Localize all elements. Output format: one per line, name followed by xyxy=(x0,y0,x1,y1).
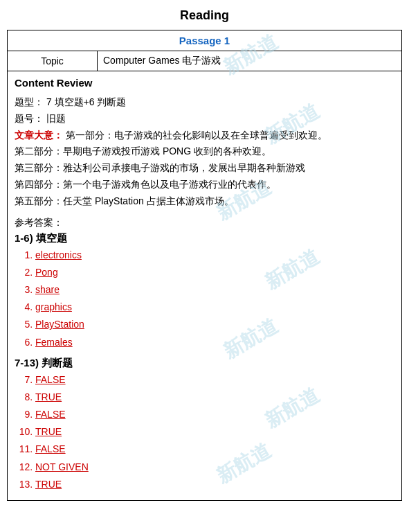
fill-answer-3: share xyxy=(35,281,394,299)
fill-answer-5: PlayStation xyxy=(35,316,394,333)
passage-label: Passage 1 xyxy=(179,35,230,46)
fill-blank-list: electronics Pong share graphics PlayStat… xyxy=(15,247,394,351)
tf-answer-10: TRUE xyxy=(35,423,394,441)
fill-blank-title: 1-6) 填空题 xyxy=(15,232,394,245)
main-table: Passage 1 Topic Computer Games 电子游戏 Cont… xyxy=(7,30,402,501)
tf-answer-8: TRUE xyxy=(35,389,394,406)
fill-answer-1: electronics xyxy=(35,247,394,264)
value-summary: 第一部分：电子游戏的社会化影响以及在全球普遍受到欢迎。 xyxy=(66,130,327,141)
content-line-6: 第四部分：第一个电子游戏角色以及电子游戏行业的代表作。 xyxy=(15,177,394,193)
label-num: 题号： xyxy=(15,113,44,124)
tf-list: FALSE TRUE FALSE TRUE FALSE NOT GIVEN TR… xyxy=(15,371,394,493)
answers-section: 参考答案： 1-6) 填空题 electronics Pong share gr… xyxy=(15,217,394,493)
tf-answer-13: TRUE xyxy=(35,476,394,493)
fill-answer-4: graphics xyxy=(35,299,394,316)
tf-answer-7: FALSE xyxy=(35,371,394,389)
answers-title: 参考答案： xyxy=(15,217,394,229)
passage-header: Passage 1 xyxy=(8,30,402,51)
topic-label: Topic xyxy=(8,51,98,71)
value-num: 旧题 xyxy=(46,113,66,124)
content-review-title: Content Review xyxy=(15,77,394,89)
topic-value: Computer Games 电子游戏 xyxy=(98,51,402,71)
content-line-3: 文章大意： 第一部分：电子游戏的社会化影响以及在全球普遍受到欢迎。 xyxy=(15,127,394,144)
tf-section-title: 7-13) 判断题 xyxy=(15,357,394,370)
content-line-5: 第三部分：雅达利公司承接电子游戏的市场，发展出早期各种新游戏 xyxy=(15,160,394,177)
fill-answer-6: Females xyxy=(35,334,394,351)
tf-answer-12: NOT GIVEN xyxy=(35,459,394,476)
content-line-2: 题号： 旧题 xyxy=(15,111,394,127)
page-title: Reading xyxy=(0,0,409,30)
label-summary: 文章大意： xyxy=(15,130,63,141)
tf-answer-11: FALSE xyxy=(35,441,394,458)
value-type: 7 填空题+6 判断题 xyxy=(46,96,127,107)
content-cell: Content Review 题型： 7 填空题+6 判断题 题号： 旧题 文章… xyxy=(8,71,402,501)
tf-answer-9: FALSE xyxy=(35,406,394,423)
fill-answer-2: Pong xyxy=(35,264,394,281)
content-line-7: 第五部分：任天堂 PlayStation 占据主体游戏市场。 xyxy=(15,193,394,210)
content-line-4: 第二部分：早期电子游戏投币游戏 PONG 收到的各种欢迎。 xyxy=(15,143,394,160)
content-line-1: 题型： 7 填空题+6 判断题 xyxy=(15,94,394,111)
label-type: 题型： xyxy=(15,96,44,107)
